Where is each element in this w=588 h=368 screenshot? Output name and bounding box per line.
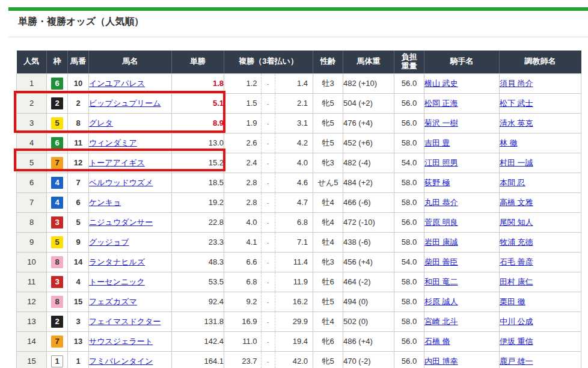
jockey-link[interactable]: 和田 竜二 (424, 277, 458, 286)
frame-badge: 3 (51, 216, 63, 228)
trainer-link[interactable]: 松下 武士 (500, 99, 533, 108)
horse-number-cell: 4 (68, 272, 89, 292)
horse-number-cell: 6 (68, 192, 89, 212)
frame-badge: 1 (51, 355, 63, 367)
place-odds-dash: - (261, 233, 275, 252)
jockey-link[interactable]: 丸田 恭介 (424, 198, 458, 207)
rank-cell: 15 (17, 351, 47, 368)
horse-name-link[interactable]: フェイマスドクター (89, 317, 161, 326)
horse-name-link[interactable]: ウィンダミア (89, 138, 137, 147)
win-odds-cell: 5.1 (172, 93, 224, 113)
place-odds-high: 6.8 (275, 213, 308, 232)
title-divider (8, 37, 588, 37)
trainer-link[interactable]: 栗田 徹 (500, 297, 525, 306)
col-header-rank: 人気 (17, 51, 47, 73)
table-row: 1323フェイマスドクター131.816.9-29.9牡4502 (0)58.0… (17, 311, 581, 331)
win-odds-cell: 142.4 (172, 331, 224, 351)
jockey-link[interactable]: 菅原 明良 (424, 218, 458, 227)
carried-weight-cell: 56.0 (394, 351, 424, 368)
jockey-link[interactable]: 荻野 極 (424, 178, 450, 187)
place-odds-cell: 9.2-16.2 (224, 292, 313, 311)
jockey-link[interactable]: 江田 照男 (424, 158, 458, 167)
horse-name-cell: フェイマスドクター (89, 311, 172, 331)
jockey-link[interactable]: 石橋 脩 (424, 337, 450, 346)
horse-number-cell: 15 (68, 292, 89, 311)
win-odds-cell: 164.1 (172, 351, 224, 368)
trainer-cell: 清水 英克 (500, 113, 581, 133)
horse-name-link[interactable]: サウスジェラート (89, 337, 153, 346)
horse-name-link[interactable]: フミバレンタイン (89, 357, 153, 366)
trainer-link[interactable]: 高橋 文雅 (500, 198, 533, 207)
horse-number-cell: 1 (68, 351, 89, 368)
horse-number-cell: 9 (68, 232, 89, 252)
trainer-link[interactable]: 石毛 善彦 (500, 257, 533, 266)
horse-weight-cell: 472 (-10) (343, 212, 394, 232)
jockey-link[interactable]: 杉原 誠人 (424, 297, 458, 306)
carried-weight-cell: 58.0 (394, 232, 424, 252)
horse-name-cell: ランタナヒルズ (89, 252, 172, 272)
jockey-link[interactable]: 横山 武史 (424, 79, 458, 88)
win-odds-cell: 92.4 (172, 292, 224, 311)
page: 単勝・複勝オッズ（人気順） 人気枠馬番馬名単勝複勝（3着払い）性齢馬体重負担 重… (0, 0, 588, 368)
rank-cell: 10 (17, 252, 47, 272)
trainer-link[interactable]: 尾関 知人 (500, 218, 533, 227)
frame-badge: 5 (51, 236, 63, 248)
trainer-link[interactable]: 中川 公成 (500, 317, 533, 326)
place-odds-low: 2.8 (224, 193, 261, 212)
horse-weight-cell: 456 (+4) (343, 252, 394, 272)
horse-name-cell: ケンキョ (89, 192, 172, 212)
trainer-link[interactable]: 村田 一誠 (500, 158, 533, 167)
horse-number-cell: 2 (68, 93, 89, 113)
col-header-trainer: 調教師名 (500, 51, 581, 73)
trainer-link[interactable]: 鹿戸 雄一 (500, 357, 533, 366)
horse-name-link[interactable]: トーアアイギス (89, 158, 145, 167)
sex-age-cell: 牝4 (313, 212, 343, 232)
sex-age-cell: 牝6 (313, 331, 343, 351)
trainer-link[interactable]: 本間 忍 (500, 178, 525, 187)
jockey-link[interactable]: 宮崎 北斗 (424, 317, 458, 326)
horse-weight-cell: 504 (+2) (343, 93, 394, 113)
col-header-place-odds: 複勝（3着払い） (224, 51, 313, 73)
trainer-link[interactable]: 田村 康仁 (500, 277, 533, 286)
horse-name-link[interactable]: グッジョブ (89, 238, 129, 247)
trainer-cell: 栗田 徹 (500, 292, 581, 311)
horse-name-link[interactable]: ケンキョ (89, 198, 121, 207)
horse-name-link[interactable]: グレタ (89, 118, 113, 127)
place-odds-dash: - (261, 352, 275, 368)
jockey-link[interactable]: 岩田 康誠 (424, 238, 458, 247)
horse-name-link[interactable]: ランタナヒルズ (89, 257, 145, 266)
horse-name-link[interactable]: トーセンニック (89, 277, 145, 286)
trainer-link[interactable]: 須貝 尚介 (500, 79, 533, 88)
jockey-link[interactable]: 柴田 善臣 (424, 257, 458, 266)
sex-age-cell: 牡4 (313, 232, 343, 252)
horse-name-link[interactable]: インユアパレス (89, 79, 145, 88)
jockey-link[interactable]: 松岡 正海 (424, 99, 458, 108)
place-odds-cell: 1.5-2.1 (224, 93, 313, 113)
trainer-link[interactable]: 清水 英克 (500, 118, 533, 127)
trainer-link[interactable]: 伊坂 重信 (500, 337, 533, 346)
horse-name-link[interactable]: ビップシュプリーム (89, 99, 161, 108)
place-odds-dash: - (261, 272, 275, 292)
odds-table: 人気枠馬番馬名単勝複勝（3着払い）性齢馬体重負担 重量騎手名調教師名 1610イ… (16, 51, 581, 368)
jockey-link[interactable]: 菊沢 一樹 (424, 118, 458, 127)
sex-age-cell: 牝5 (313, 351, 343, 368)
place-odds-high: 42.0 (275, 352, 308, 368)
place-odds-low: 9.2 (224, 292, 261, 311)
frame-cell: 7 (47, 153, 68, 173)
horse-name-link[interactable]: ベルウッドウズメ (89, 178, 153, 187)
horse-name-link[interactable]: フェズカズマ (89, 297, 137, 306)
trainer-cell: 林 徹 (500, 133, 581, 153)
frame-cell: 8 (47, 292, 68, 311)
jockey-link[interactable]: 吉田 豊 (424, 138, 450, 147)
jockey-link[interactable]: 内田 博幸 (424, 357, 458, 366)
trainer-link[interactable]: 牧浦 充徳 (500, 238, 533, 247)
accent-bar (8, 7, 588, 11)
horse-name-link[interactable]: ニジュウダンサー (89, 218, 153, 227)
trainer-cell: 本間 忍 (500, 173, 581, 192)
rank-cell: 14 (17, 331, 47, 351)
place-odds-dash: - (261, 292, 275, 311)
horse-name-cell: ベルウッドウズメ (89, 173, 172, 192)
place-odds-low: 6.8 (224, 272, 261, 292)
table-row: 746ケンキョ19.22.8-4.7牡4466 (-6)58.0丸田 恭介高橋 … (17, 192, 581, 212)
trainer-link[interactable]: 林 徹 (500, 138, 518, 147)
